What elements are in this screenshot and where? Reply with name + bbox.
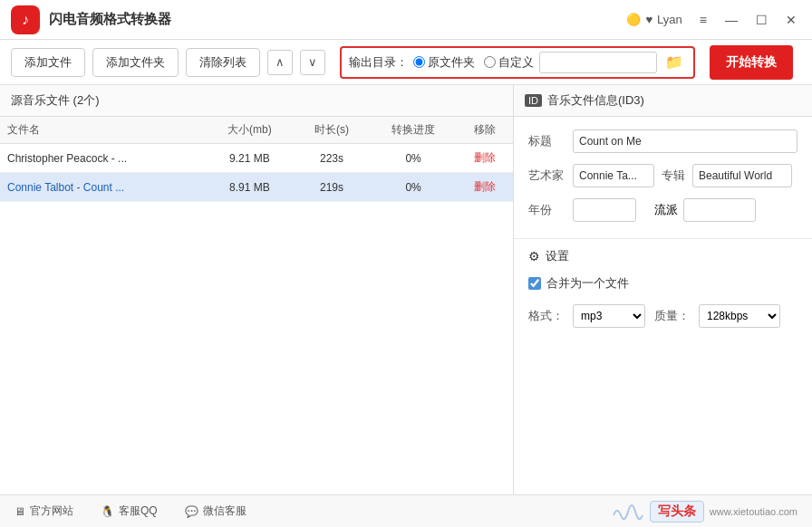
start-convert-button[interactable]: 开始转换 xyxy=(710,45,793,80)
quality-select[interactable]: 64kbps128kbps192kbps256kbps320kbps xyxy=(699,304,780,328)
toolbar: 添加文件 添加文件夹 清除列表 ∧ ∨ 输出目录： 原文件夹 自定义 📁 开始转… xyxy=(0,40,812,85)
clear-list-button[interactable]: 清除列表 xyxy=(186,48,260,77)
footer-logo: 写头条 www.xietoutiao.com xyxy=(612,499,798,524)
id3-header: ID 音乐文件信息(ID3) xyxy=(514,85,812,117)
table-header-row: 文件名 大小(mb) 时长(s) 转换进度 移除 xyxy=(0,117,513,144)
file-list-panel: 源音乐文件 (2个) 文件名 大小(mb) 时长(s) 转换进度 移除 Chri… xyxy=(0,85,514,494)
website-icon: 🖥 xyxy=(14,505,25,518)
id3-genre-label: 流派 xyxy=(654,202,678,218)
watermark-text: www.xietoutiao.com xyxy=(710,506,798,517)
main-area: 源音乐文件 (2个) 文件名 大小(mb) 时长(s) 转换进度 移除 Chri… xyxy=(0,85,812,494)
id3-year-genre-row: 流派 xyxy=(573,198,798,222)
logo-text: 写头条 xyxy=(658,503,696,520)
wave-icon xyxy=(612,499,644,524)
id3-title-input[interactable] xyxy=(573,129,798,153)
user-info: 🟡 ♥ Lyan xyxy=(626,13,682,26)
delete-button[interactable]: 删除 xyxy=(474,150,496,166)
file-count-label: 源音乐文件 (2个) xyxy=(11,93,100,107)
cell-progress: 0% xyxy=(369,173,458,202)
id3-header-label: 音乐文件信息(ID3) xyxy=(547,92,644,109)
footer-website[interactable]: 🖥 官方网站 xyxy=(14,503,73,519)
minimize-icon[interactable]: — xyxy=(720,11,742,29)
settings-label: 设置 xyxy=(546,248,569,264)
gear-icon: ⚙ xyxy=(528,249,540,264)
file-table: 文件名 大小(mb) 时长(s) 转换进度 移除 Christopher Pea… xyxy=(0,117,513,202)
original-folder-radio-label[interactable]: 原文件夹 xyxy=(413,54,475,71)
website-label: 官方网站 xyxy=(30,503,73,519)
cell-duration: 219s xyxy=(295,173,369,202)
cell-duration: 223s xyxy=(295,144,369,173)
original-folder-radio[interactable] xyxy=(413,56,425,68)
qq-label: 客服QQ xyxy=(119,503,158,519)
id3-genre-input[interactable] xyxy=(683,198,756,222)
format-label: 格式： xyxy=(528,308,564,324)
add-folder-button[interactable]: 添加文件夹 xyxy=(92,48,179,77)
menu-icon[interactable]: ≡ xyxy=(695,11,711,29)
file-list-header: 源音乐文件 (2个) xyxy=(0,85,513,117)
cell-size: 8.91 MB xyxy=(205,173,295,202)
id3-artist-album-row: 专辑 xyxy=(573,164,798,187)
merge-label[interactable]: 合并为一个文件 xyxy=(546,275,629,292)
col-progress: 转换进度 xyxy=(369,117,458,144)
cell-delete[interactable]: 删除 xyxy=(458,173,513,202)
titlebar: ♪ 闪电音频格式转换器 🟡 ♥ Lyan ≡ — ☐ ✕ xyxy=(0,0,812,40)
custom-folder-radio[interactable] xyxy=(484,56,496,68)
custom-folder-label: 自定义 xyxy=(498,54,534,71)
watermark-box: 写头条 xyxy=(650,501,704,522)
cell-filename: Christopher Peacock - ... xyxy=(0,144,205,173)
custom-folder-radio-label[interactable]: 自定义 xyxy=(484,54,534,71)
id3-genre-group: 流派 xyxy=(654,198,756,222)
app-title: 闪电音频格式转换器 xyxy=(49,11,171,28)
browse-folder-button[interactable]: 📁 xyxy=(662,53,686,71)
window-controls: ≡ — ☐ ✕ xyxy=(695,11,801,29)
qq-icon: 🐧 xyxy=(101,505,114,518)
format-select[interactable]: mp3wavflacaacogg xyxy=(573,304,645,328)
wechat-label: 微信客服 xyxy=(203,503,246,519)
up-arrow-icon: ∧ xyxy=(276,55,285,69)
user-avatar-icon: 🟡 xyxy=(626,13,641,26)
original-folder-label: 原文件夹 xyxy=(428,54,475,71)
app-logo: ♪ xyxy=(11,5,40,34)
id3-form: 标题 艺术家 专辑 年份 流派 xyxy=(514,117,812,235)
delete-button[interactable]: 删除 xyxy=(474,179,496,195)
down-arrow-icon: ∨ xyxy=(308,55,317,69)
output-section: 输出目录： 原文件夹 自定义 📁 xyxy=(340,46,695,79)
format-row: 格式： mp3wavflacaacogg 质量： 64kbps128kbps19… xyxy=(528,304,798,328)
username: Lyan xyxy=(657,13,682,26)
output-path-input[interactable] xyxy=(539,52,657,73)
quality-label: 质量： xyxy=(654,308,690,324)
heart-icon: ♥ xyxy=(645,13,652,26)
add-file-button[interactable]: 添加文件 xyxy=(11,48,85,77)
move-up-button[interactable]: ∧ xyxy=(267,50,293,75)
output-label: 输出目录： xyxy=(349,54,408,71)
titlebar-right: 🟡 ♥ Lyan ≡ — ☐ ✕ xyxy=(626,0,801,39)
wechat-icon: 💬 xyxy=(185,505,198,518)
output-radio-group: 原文件夹 自定义 xyxy=(413,54,534,71)
id3-panel: ID 音乐文件信息(ID3) 标题 艺术家 专辑 年份 流派 xyxy=(514,85,812,494)
id3-title-label: 标题 xyxy=(528,133,564,149)
close-icon[interactable]: ✕ xyxy=(781,11,801,29)
footer-qq[interactable]: 🐧 客服QQ xyxy=(101,503,158,519)
id3-year-group xyxy=(573,198,636,222)
id3-album-input[interactable] xyxy=(692,164,792,187)
cell-size: 9.21 MB xyxy=(205,144,295,173)
maximize-icon[interactable]: ☐ xyxy=(751,11,772,29)
merge-checkbox[interactable] xyxy=(528,277,541,290)
table-row[interactable]: Connie Talbot - Count ... 8.91 MB 219s 0… xyxy=(0,173,513,202)
id3-badge: ID xyxy=(525,94,542,107)
cell-filename: Connie Talbot - Count ... xyxy=(0,173,205,202)
footer: 🖥 官方网站 🐧 客服QQ 💬 微信客服 写头条 www.xietoutiao.… xyxy=(0,494,812,527)
cell-delete[interactable]: 删除 xyxy=(458,144,513,173)
col-duration: 时长(s) xyxy=(295,117,369,144)
col-filename: 文件名 xyxy=(0,117,205,144)
table-row[interactable]: Christopher Peacock - ... 9.21 MB 223s 0… xyxy=(0,144,513,173)
col-remove: 移除 xyxy=(458,117,513,144)
move-down-button[interactable]: ∨ xyxy=(300,50,325,75)
id3-year-input[interactable] xyxy=(573,198,636,222)
id3-artist-label: 艺术家 xyxy=(528,168,564,184)
merge-row: 合并为一个文件 xyxy=(528,275,798,292)
col-size: 大小(mb) xyxy=(205,117,295,144)
id3-artist-input[interactable] xyxy=(573,164,654,187)
id3-album-label: 专辑 xyxy=(662,168,685,184)
footer-wechat[interactable]: 💬 微信客服 xyxy=(185,503,246,519)
